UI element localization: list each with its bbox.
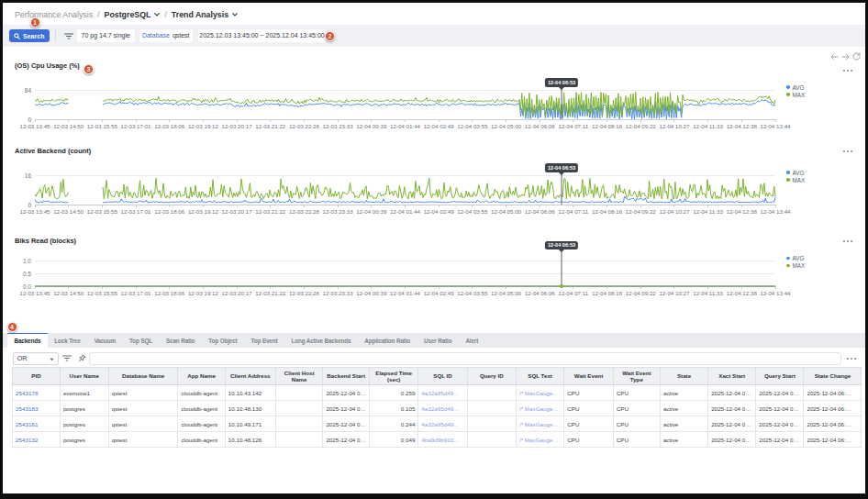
table-cell: CPU [614, 401, 661, 416]
table-cell[interactable]: 2543178 [12, 385, 61, 401]
table-cell: 2025-12-04 0… [756, 432, 804, 448]
table-cell: 2025-12-04 0… [708, 401, 756, 416]
column-header[interactable]: SQL ID [418, 367, 467, 385]
table-cell: active [661, 385, 708, 401]
table-cell[interactable]: /* MaxGauge… [517, 432, 564, 448]
column-header[interactable]: User Name [61, 367, 109, 385]
table-row: 2543132postgresqstestclouddb-agent10.10.… [12, 432, 862, 448]
table-cell: clouddb-agent [178, 432, 225, 448]
table-cell: clouddb-agent [178, 385, 225, 401]
table-cell[interactable]: /* MaxGauge… [517, 416, 564, 432]
table-cell: 0.105 [370, 401, 418, 416]
chart-3-plot [35, 250, 775, 289]
table-cell [468, 416, 517, 432]
backends-table: PIDUser NameDatabase NameApp NameClient … [12, 367, 862, 448]
table-cell: 2025-12-04 0… [323, 401, 370, 416]
frame-bottom [0, 493, 868, 499]
column-header[interactable]: Client Host Name [276, 367, 324, 385]
table-cell: CPU [614, 385, 661, 401]
table-cell: active [661, 432, 708, 448]
table-cell: 2025-12-04 06:… [804, 401, 862, 416]
table-cell[interactable]: 2543161 [12, 416, 61, 432]
column-header[interactable]: Wait Event Type [614, 367, 661, 385]
table-cell: 2025-12-04 06:… [804, 432, 862, 448]
table-cell[interactable]: 4a32a95d49… [418, 385, 467, 401]
table-cell [276, 401, 324, 416]
annotation-badge-2: 2 [325, 31, 335, 41]
table-cell: qstest [109, 432, 179, 448]
table-cell: 2025-12-04 06:… [804, 416, 862, 432]
table-cell[interactable]: 2543132 [12, 432, 61, 448]
table-cell [276, 432, 324, 448]
table-cell: clouddb-agent [178, 401, 225, 416]
frame-top [0, 0, 868, 3]
table-cell: 2025-12-04 0… [323, 385, 370, 401]
table-cell: 2025-12-04 0… [708, 432, 756, 448]
annotation-badge-3: 3 [83, 64, 94, 74]
column-header[interactable]: Wait Event [564, 367, 614, 385]
table-cell: active [661, 401, 708, 416]
annotation-badge-4: 4 [7, 322, 17, 332]
column-header[interactable]: Database Name [109, 367, 179, 385]
table-cell: 2025-12-04 0… [756, 416, 804, 432]
column-header[interactable]: Elapsed Time (sec) [370, 367, 418, 385]
table-cell: CPU [564, 416, 614, 432]
hover-point-marker [560, 284, 563, 288]
table-cell: CPU [564, 385, 614, 401]
table-cell: 10.10.48.130 [226, 401, 276, 416]
table-cell: clouddb-agent [178, 416, 225, 432]
column-header[interactable]: Query Start [756, 367, 804, 385]
table-cell: postgres [61, 432, 109, 448]
table-cell[interactable]: 4a32a95d49… [418, 416, 467, 432]
chart-1-plot [35, 87, 775, 122]
chart-tooltip: 12-04 06:53 [545, 163, 578, 172]
table-cell: 2025-12-04 0… [323, 416, 370, 432]
chart-tooltip: 12-04 06:53 [545, 78, 578, 87]
table-cell: 2025-12-04 06:… [804, 385, 862, 401]
table-cell[interactable]: 2543183 [12, 401, 61, 416]
column-header[interactable]: Query ID [468, 367, 517, 385]
annotation-badge-1: 1 [30, 17, 40, 28]
frame-left [0, 0, 3, 499]
column-header[interactable]: Client Address [226, 367, 276, 385]
table-cell: 2025-12-04 0… [708, 385, 756, 401]
table-cell: 2025-12-04 0… [756, 385, 804, 401]
column-header[interactable]: Xact Start [708, 367, 756, 385]
column-header[interactable]: SQL Text [517, 367, 564, 385]
table-header-row: PIDUser NameDatabase NameApp NameClient … [12, 367, 862, 385]
table-cell: 0.049 [370, 432, 418, 448]
column-header[interactable]: App Name [178, 367, 225, 385]
table-cell: qstest [109, 401, 179, 416]
chart-tooltip: 12-04 06:53 [545, 241, 578, 250]
table-cell: CPU [614, 416, 661, 432]
table-cell[interactable]: /* MaxGauge… [517, 385, 564, 401]
table-cell: 2025-12-04 0… [323, 432, 370, 448]
column-header[interactable]: Backend Start [323, 367, 370, 385]
table-cell: active [661, 416, 708, 432]
table-cell[interactable]: /* MaxGauge… [517, 401, 564, 416]
table-cell: postgres [61, 401, 109, 416]
table-cell: 0.244 [370, 416, 418, 432]
table-cell: CPU [614, 432, 661, 448]
table-cell: 10.10.48.126 [226, 432, 276, 448]
series-avg-line [35, 196, 775, 203]
column-header[interactable]: State Change [804, 367, 862, 385]
table-cell [468, 432, 517, 448]
table-cell: 0.259 [370, 385, 418, 401]
column-header[interactable]: State [661, 367, 708, 385]
column-header[interactable]: PID [12, 367, 61, 385]
table-cell [468, 401, 517, 416]
backends-table-wrap: PIDUser NameDatabase NameApp NameClient … [12, 367, 862, 448]
table-cell [276, 385, 324, 401]
table-cell: postgres [61, 416, 109, 432]
table-cell: CPU [564, 401, 614, 416]
table-cell: qstest [109, 416, 179, 432]
table-cell: exemone1 [61, 385, 109, 401]
table-row: 2543161postgresqstestclouddb-agent10.10.… [12, 416, 862, 432]
app-window: Performance Analysis/PostgreSQL/Trend An… [0, 0, 868, 499]
table-row: 2543178exemone1qstestclouddb-agent10.10.… [12, 385, 862, 401]
table-cell[interactable]: 4a32a95d49… [418, 401, 467, 416]
table-cell: 2025-12-04 0… [708, 416, 756, 432]
table-cell[interactable]: 4ba9d9b910… [418, 432, 467, 448]
table-cell: 10.10.49.171 [226, 416, 276, 432]
